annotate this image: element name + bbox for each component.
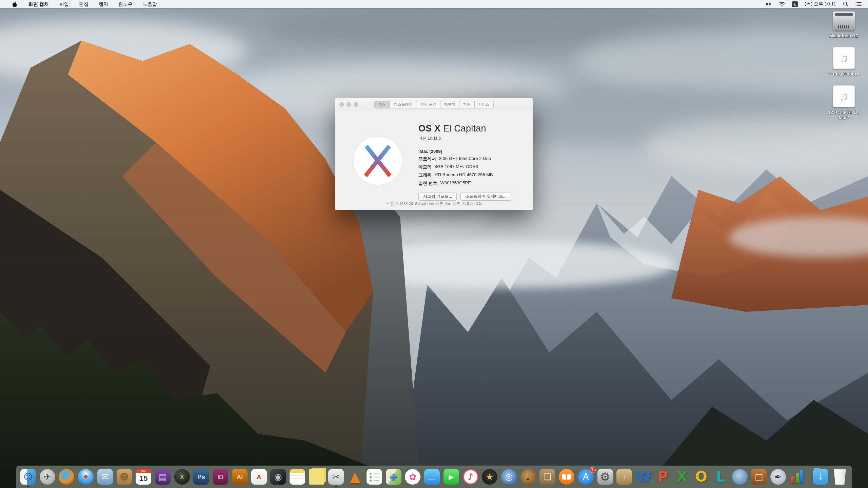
spotlight-menu-extra[interactable] (841, 0, 850, 8)
dock-keynote[interactable]: □ (751, 469, 767, 485)
dock-grab[interactable]: ✂ (328, 469, 344, 485)
tab-디스플레이[interactable]: 디스플레이 (390, 101, 416, 108)
window-titlebar[interactable]: 개요디스플레이저장 공간메모리지원서비스 (335, 98, 533, 111)
os-version: 버전 10.11.6 (418, 136, 511, 141)
dock-launchpad[interactable]: ✈ (40, 469, 55, 485)
desktop-icons: Macintosh HD♫1 Tu M'Oublies♫12 Parle-T-I… (823, 12, 865, 120)
music-note-glyph: ♫ (840, 90, 848, 103)
menu-도움말[interactable]: 도움말 (138, 0, 162, 8)
dock-notes[interactable] (290, 469, 305, 485)
apple-menu[interactable] (7, 0, 22, 8)
tab-개요[interactable]: 개요 (374, 101, 390, 108)
zoom-button[interactable] (354, 102, 358, 107)
dock-messages[interactable]: … (424, 469, 440, 485)
menu-캡처[interactable]: 캡처 (94, 0, 113, 8)
dock-web-downloader[interactable]: ↓ (732, 469, 748, 485)
apple-icon (13, 1, 17, 7)
dock-indesign[interactable]: ID (213, 469, 228, 485)
dock-pinboard-app[interactable]: ❏ (539, 469, 555, 485)
spec-label: 프로세서 (418, 156, 436, 162)
dock-logic-pro[interactable]: ◉ (270, 469, 286, 485)
dock-ms-outlook[interactable]: O (693, 469, 709, 485)
dock-contacts[interactable]: ☻ (117, 469, 132, 485)
audio-file-icon: ♫ (833, 47, 855, 69)
dock-imovie[interactable]: ★ (482, 469, 497, 485)
dock-x-sphere-app[interactable]: X (174, 469, 190, 485)
dock-reminders[interactable] (367, 469, 382, 485)
finder-icon: ☺ (23, 472, 33, 481)
dock-mail[interactable]: ✉ (97, 469, 113, 485)
menu-bar-right: 한 (목) 오후 10:11 (764, 0, 868, 8)
dock-photos[interactable]: ✿ (405, 469, 420, 485)
dock-toast[interactable]: ▤ (155, 469, 171, 485)
indesign-icon: ID (217, 474, 224, 480)
wifi-menu-extra[interactable] (777, 0, 787, 8)
launchpad-icon: ✈ (44, 472, 51, 481)
dock-stickies[interactable] (309, 469, 324, 485)
tab-서비스[interactable]: 서비스 (474, 101, 494, 108)
dock-idvd[interactable]: ◎ (501, 469, 517, 485)
dock-vlc[interactable]: ▲ (347, 469, 363, 485)
dock-safari[interactable]: ✦ (78, 469, 94, 485)
tab-지원[interactable]: 지원 (459, 101, 475, 108)
spec-label: 일련 번호 (418, 180, 437, 186)
tab-메모리[interactable]: 메모리 (440, 101, 459, 108)
running-indicator (27, 486, 29, 487)
desktop-icon-macintosh-hd[interactable]: Macintosh HD (823, 12, 865, 38)
contacts-icon: ☻ (120, 472, 129, 481)
system-report-button[interactable]: 시스템 리포트... (418, 192, 457, 201)
menu-bar-left: 화면 캡처파일편집캡처윈도우도움말 (0, 0, 162, 8)
minimize-button[interactable] (347, 102, 351, 107)
menu-윈도우[interactable]: 윈도우 (113, 0, 138, 8)
about-this-mac-window[interactable]: 개요디스플레이저장 공간메모리지원서비스 OS X El Capitan 버전 … (335, 98, 533, 210)
dock-maps[interactable]: ◉ (386, 469, 401, 485)
dock-calendar[interactable]: 3월15 (136, 469, 151, 485)
app-menu-screen-capture[interactable]: 화면 캡처 (22, 0, 54, 8)
dock-trash[interactable] (832, 469, 848, 485)
spec-row: 프로세서3.06 GHz Intel Core 2 Duo (418, 156, 511, 162)
notification-center-menu-extra[interactable] (854, 0, 863, 8)
dock-facetime[interactable]: ▶ (443, 469, 459, 485)
dock-ms-lync[interactable]: L (713, 469, 728, 485)
volume-menu-extra[interactable] (764, 0, 773, 8)
dock-pages[interactable]: ✒ (770, 469, 786, 485)
dock-finder[interactable]: ☺ (20, 469, 36, 485)
desktop-icon-audio-file-1[interactable]: ♫1 Tu M'Oublies (823, 47, 865, 77)
tab-저장 공간[interactable]: 저장 공간 (416, 101, 440, 108)
menu-파일[interactable]: 파일 (54, 0, 74, 8)
dock-numbers[interactable] (790, 469, 805, 485)
ms-outlook-icon: O (695, 470, 707, 484)
safari-icon: ✦ (82, 472, 90, 481)
dock-firefox[interactable] (59, 469, 74, 485)
dock-photoshop[interactable]: Ps (193, 469, 209, 485)
menu-bar-clock[interactable]: (목) 오후 10:11 (803, 1, 837, 7)
desktop-icon-audio-file-2[interactable]: ♫12 Parle-T-Il De Moi? (823, 85, 865, 120)
dock-itunes[interactable]: ♪ (463, 469, 478, 485)
input-source-menu-extra[interactable]: 한 (790, 0, 800, 8)
dock-divider (809, 468, 809, 486)
software-update-button[interactable]: 소프트웨어 업데이트... (460, 192, 511, 201)
os-name-rest: El Capitan (440, 123, 486, 134)
dock-downloads-folder[interactable]: ↓ (813, 469, 828, 485)
dock-ibooks[interactable] (559, 469, 574, 485)
pages-icon: ✒ (774, 472, 782, 481)
dock-ms-excel[interactable]: X (674, 469, 690, 485)
keynote-icon: □ (755, 472, 763, 481)
desktop-icon-label: 12 Parle-T-Il De Moi? (823, 110, 865, 120)
calendar-month: 3월 (136, 469, 151, 473)
dock-app-store[interactable]: A1 (578, 469, 594, 485)
dock-acrobat[interactable]: A (251, 469, 267, 485)
chart-bar (800, 470, 803, 483)
dock-ms-word[interactable]: W (636, 469, 651, 485)
os-x-logo (353, 136, 403, 186)
dock-unarchiver[interactable]: ↑ (616, 469, 632, 485)
dock-system-preferences[interactable]: ⚙ (597, 469, 613, 485)
dock-garageband[interactable]: ♩ (520, 469, 536, 485)
dock-illustrator[interactable]: Ai (232, 469, 248, 485)
mail-icon: ✉ (101, 472, 109, 481)
close-button[interactable] (339, 102, 344, 107)
dock-ms-powerpoint[interactable]: P (655, 469, 671, 485)
menu-편집[interactable]: 편집 (74, 0, 94, 8)
spec-value: 4GB 1067 MHz DDR3 (435, 164, 478, 170)
spec-row: 메모리4GB 1067 MHz DDR3 (418, 164, 511, 170)
